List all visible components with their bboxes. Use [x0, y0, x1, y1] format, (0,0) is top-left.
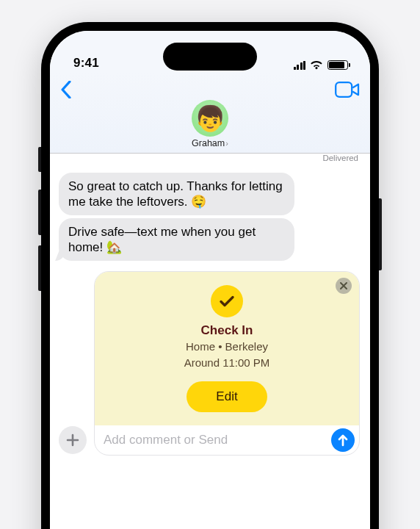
delivered-label: Delivered: [322, 154, 358, 162]
avatar-icon: 👦: [195, 106, 225, 131]
facetime-button[interactable]: [330, 75, 360, 104]
wifi-icon: [310, 60, 323, 70]
back-button[interactable]: [60, 75, 90, 104]
send-button[interactable]: [331, 428, 355, 452]
dynamic-island: [163, 43, 257, 71]
phone-frame: 9:41: [41, 22, 379, 529]
conversation-header: 👦 Graham ›: [50, 72, 370, 154]
checkin-badge-icon: [211, 285, 243, 317]
side-button: [38, 147, 41, 172]
checkin-edit-button[interactable]: Edit: [187, 381, 267, 412]
volume-up-button: [38, 190, 41, 235]
volume-down-button: [38, 245, 41, 291]
message-bubble[interactable]: Drive safe—text me when you get home! 🏡: [59, 218, 294, 261]
contact-name-text: Graham: [192, 138, 225, 148]
apps-plus-button[interactable]: [59, 426, 87, 454]
messages-list[interactable]: Delivered So great to catch up. Thanks f…: [50, 154, 370, 529]
checkin-location: Home • Berkeley: [105, 339, 349, 353]
contact-avatar[interactable]: 👦: [192, 100, 228, 137]
power-button: [379, 198, 382, 270]
checkin-time: Around 11:00 PM: [105, 356, 349, 370]
compose-placeholder: Add comment or Send: [104, 433, 331, 447]
cellular-icon: [294, 61, 306, 70]
svg-rect-0: [336, 82, 352, 97]
checkin-title: Check In: [105, 323, 349, 338]
remove-attachment-button[interactable]: [336, 278, 352, 294]
status-time: 9:41: [73, 56, 99, 71]
checkin-attachment: Check In Home • Berkeley Around 11:00 PM…: [94, 271, 360, 455]
chevron-right-icon: ›: [225, 139, 228, 148]
message-bubble[interactable]: So great to catch up. Thanks for letting…: [59, 173, 294, 215]
compose-bar[interactable]: Add comment or Send: [95, 425, 359, 455]
battery-icon: [327, 60, 348, 70]
contact-name[interactable]: Graham ›: [192, 138, 228, 148]
